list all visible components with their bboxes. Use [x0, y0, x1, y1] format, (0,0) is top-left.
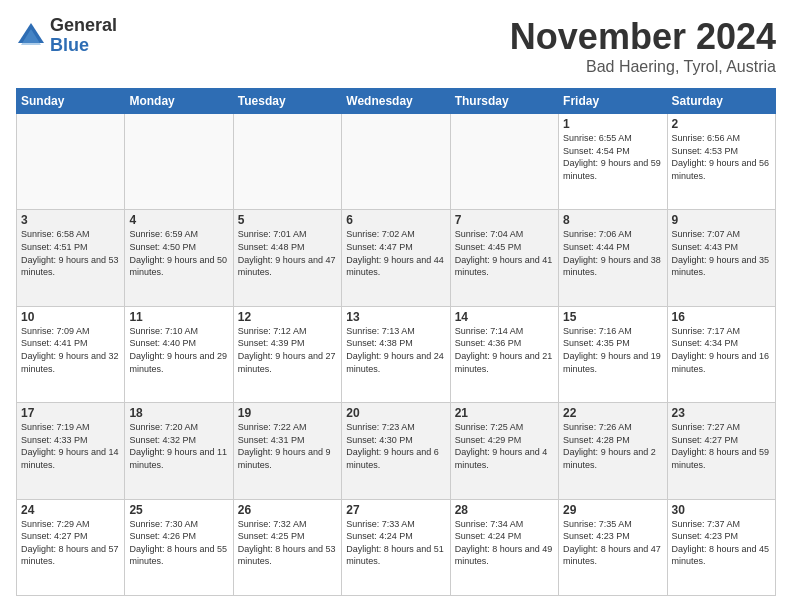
header: General Blue November 2024 Bad Haering, … [16, 16, 776, 76]
day-info: Sunrise: 7:30 AM Sunset: 4:26 PM Dayligh… [129, 518, 228, 568]
day-info: Sunrise: 7:02 AM Sunset: 4:47 PM Dayligh… [346, 228, 445, 278]
table-row: 5Sunrise: 7:01 AM Sunset: 4:48 PM Daylig… [233, 210, 341, 306]
day-info: Sunrise: 7:16 AM Sunset: 4:35 PM Dayligh… [563, 325, 662, 375]
table-row: 3Sunrise: 6:58 AM Sunset: 4:51 PM Daylig… [17, 210, 125, 306]
table-row: 15Sunrise: 7:16 AM Sunset: 4:35 PM Dayli… [559, 306, 667, 402]
day-number: 30 [672, 503, 771, 517]
day-info: Sunrise: 7:33 AM Sunset: 4:24 PM Dayligh… [346, 518, 445, 568]
table-row: 29Sunrise: 7:35 AM Sunset: 4:23 PM Dayli… [559, 499, 667, 595]
day-info: Sunrise: 7:06 AM Sunset: 4:44 PM Dayligh… [563, 228, 662, 278]
day-number: 12 [238, 310, 337, 324]
day-number: 23 [672, 406, 771, 420]
table-row: 28Sunrise: 7:34 AM Sunset: 4:24 PM Dayli… [450, 499, 558, 595]
day-info: Sunrise: 7:20 AM Sunset: 4:32 PM Dayligh… [129, 421, 228, 471]
day-number: 3 [21, 213, 120, 227]
calendar-title: November 2024 [510, 16, 776, 58]
table-row: 17Sunrise: 7:19 AM Sunset: 4:33 PM Dayli… [17, 403, 125, 499]
day-info: Sunrise: 7:04 AM Sunset: 4:45 PM Dayligh… [455, 228, 554, 278]
calendar-subtitle: Bad Haering, Tyrol, Austria [510, 58, 776, 76]
day-number: 11 [129, 310, 228, 324]
table-row [342, 114, 450, 210]
table-row: 6Sunrise: 7:02 AM Sunset: 4:47 PM Daylig… [342, 210, 450, 306]
day-info: Sunrise: 6:55 AM Sunset: 4:54 PM Dayligh… [563, 132, 662, 182]
header-monday: Monday [125, 89, 233, 114]
day-number: 10 [21, 310, 120, 324]
table-row: 4Sunrise: 6:59 AM Sunset: 4:50 PM Daylig… [125, 210, 233, 306]
table-row: 2Sunrise: 6:56 AM Sunset: 4:53 PM Daylig… [667, 114, 775, 210]
day-info: Sunrise: 6:59 AM Sunset: 4:50 PM Dayligh… [129, 228, 228, 278]
table-row: 10Sunrise: 7:09 AM Sunset: 4:41 PM Dayli… [17, 306, 125, 402]
day-number: 16 [672, 310, 771, 324]
header-sunday: Sunday [17, 89, 125, 114]
day-number: 14 [455, 310, 554, 324]
day-info: Sunrise: 6:56 AM Sunset: 4:53 PM Dayligh… [672, 132, 771, 182]
day-info: Sunrise: 7:12 AM Sunset: 4:39 PM Dayligh… [238, 325, 337, 375]
table-row: 11Sunrise: 7:10 AM Sunset: 4:40 PM Dayli… [125, 306, 233, 402]
day-number: 8 [563, 213, 662, 227]
logo-blue: Blue [50, 36, 117, 56]
table-row: 8Sunrise: 7:06 AM Sunset: 4:44 PM Daylig… [559, 210, 667, 306]
day-number: 2 [672, 117, 771, 131]
day-info: Sunrise: 7:07 AM Sunset: 4:43 PM Dayligh… [672, 228, 771, 278]
table-row [17, 114, 125, 210]
table-row: 16Sunrise: 7:17 AM Sunset: 4:34 PM Dayli… [667, 306, 775, 402]
day-info: Sunrise: 7:32 AM Sunset: 4:25 PM Dayligh… [238, 518, 337, 568]
day-number: 26 [238, 503, 337, 517]
calendar-table: Sunday Monday Tuesday Wednesday Thursday… [16, 88, 776, 596]
day-number: 18 [129, 406, 228, 420]
header-wednesday: Wednesday [342, 89, 450, 114]
table-row: 9Sunrise: 7:07 AM Sunset: 4:43 PM Daylig… [667, 210, 775, 306]
calendar-body: 1Sunrise: 6:55 AM Sunset: 4:54 PM Daylig… [17, 114, 776, 596]
table-row: 14Sunrise: 7:14 AM Sunset: 4:36 PM Dayli… [450, 306, 558, 402]
logo-general: General [50, 16, 117, 36]
day-number: 20 [346, 406, 445, 420]
day-number: 28 [455, 503, 554, 517]
table-row: 1Sunrise: 6:55 AM Sunset: 4:54 PM Daylig… [559, 114, 667, 210]
day-number: 1 [563, 117, 662, 131]
day-info: Sunrise: 7:10 AM Sunset: 4:40 PM Dayligh… [129, 325, 228, 375]
table-row: 18Sunrise: 7:20 AM Sunset: 4:32 PM Dayli… [125, 403, 233, 499]
day-info: Sunrise: 7:14 AM Sunset: 4:36 PM Dayligh… [455, 325, 554, 375]
day-number: 27 [346, 503, 445, 517]
day-info: Sunrise: 7:35 AM Sunset: 4:23 PM Dayligh… [563, 518, 662, 568]
table-row: 23Sunrise: 7:27 AM Sunset: 4:27 PM Dayli… [667, 403, 775, 499]
day-info: Sunrise: 7:19 AM Sunset: 4:33 PM Dayligh… [21, 421, 120, 471]
day-number: 9 [672, 213, 771, 227]
day-number: 19 [238, 406, 337, 420]
day-info: Sunrise: 7:25 AM Sunset: 4:29 PM Dayligh… [455, 421, 554, 471]
day-number: 6 [346, 213, 445, 227]
header-tuesday: Tuesday [233, 89, 341, 114]
table-row: 30Sunrise: 7:37 AM Sunset: 4:23 PM Dayli… [667, 499, 775, 595]
day-info: Sunrise: 7:29 AM Sunset: 4:27 PM Dayligh… [21, 518, 120, 568]
table-row: 7Sunrise: 7:04 AM Sunset: 4:45 PM Daylig… [450, 210, 558, 306]
logo: General Blue [16, 16, 117, 56]
calendar-page: General Blue November 2024 Bad Haering, … [0, 0, 792, 612]
table-row: 13Sunrise: 7:13 AM Sunset: 4:38 PM Dayli… [342, 306, 450, 402]
header-thursday: Thursday [450, 89, 558, 114]
table-row [233, 114, 341, 210]
table-row: 27Sunrise: 7:33 AM Sunset: 4:24 PM Dayli… [342, 499, 450, 595]
header-friday: Friday [559, 89, 667, 114]
day-number: 4 [129, 213, 228, 227]
calendar-header-row: Sunday Monday Tuesday Wednesday Thursday… [17, 89, 776, 114]
day-number: 29 [563, 503, 662, 517]
day-info: Sunrise: 7:37 AM Sunset: 4:23 PM Dayligh… [672, 518, 771, 568]
table-row: 21Sunrise: 7:25 AM Sunset: 4:29 PM Dayli… [450, 403, 558, 499]
title-block: November 2024 Bad Haering, Tyrol, Austri… [510, 16, 776, 76]
table-row: 24Sunrise: 7:29 AM Sunset: 4:27 PM Dayli… [17, 499, 125, 595]
table-row: 25Sunrise: 7:30 AM Sunset: 4:26 PM Dayli… [125, 499, 233, 595]
day-number: 5 [238, 213, 337, 227]
table-row [125, 114, 233, 210]
day-info: Sunrise: 7:13 AM Sunset: 4:38 PM Dayligh… [346, 325, 445, 375]
logo-icon [16, 21, 46, 51]
day-number: 7 [455, 213, 554, 227]
table-row: 26Sunrise: 7:32 AM Sunset: 4:25 PM Dayli… [233, 499, 341, 595]
day-info: Sunrise: 7:01 AM Sunset: 4:48 PM Dayligh… [238, 228, 337, 278]
table-row: 22Sunrise: 7:26 AM Sunset: 4:28 PM Dayli… [559, 403, 667, 499]
day-info: Sunrise: 7:22 AM Sunset: 4:31 PM Dayligh… [238, 421, 337, 471]
day-number: 24 [21, 503, 120, 517]
table-row: 19Sunrise: 7:22 AM Sunset: 4:31 PM Dayli… [233, 403, 341, 499]
day-info: Sunrise: 7:26 AM Sunset: 4:28 PM Dayligh… [563, 421, 662, 471]
table-row: 12Sunrise: 7:12 AM Sunset: 4:39 PM Dayli… [233, 306, 341, 402]
day-info: Sunrise: 7:17 AM Sunset: 4:34 PM Dayligh… [672, 325, 771, 375]
